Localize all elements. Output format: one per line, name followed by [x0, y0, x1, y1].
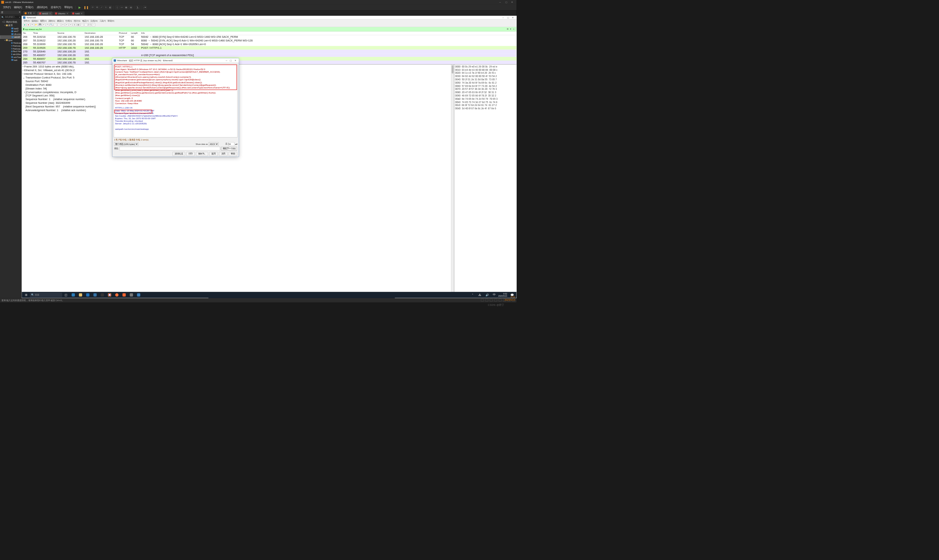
tb-open-icon[interactable]: 📁	[34, 23, 38, 26]
tree-vm[interactable]: Red Hat	[0, 50, 22, 53]
menu-file[interactable]: 文件(F)	[2, 5, 12, 9]
hex-line[interactable]: 0070 20 57 4f 57 36 34 3b 20 72 76 3	[455, 88, 515, 91]
hex-line[interactable]: 00b0 74 65 73 74 3d 27 6d 75 6c 74 6	[455, 100, 515, 104]
tree-vm[interactable]: Hadoop	[0, 42, 22, 45]
stream-content[interactable]: POST / HTTP/1.1User-Agent: Mozilla/5.0 (…	[114, 64, 238, 137]
ws-menu-file[interactable]: 文件(F)	[23, 20, 30, 22]
maximize-button[interactable]: ▢	[503, 1, 509, 3]
start-button[interactable]: ⊞	[23, 292, 30, 297]
tree-vm[interactable]: Hadoop,	[0, 47, 22, 50]
ws-menu-goto[interactable]: 跳转(G)	[48, 20, 56, 22]
burp-icon[interactable]	[121, 292, 128, 297]
toolbar-btn[interactable]: ◧	[109, 6, 112, 9]
menu-edit[interactable]: 编辑(E)	[13, 5, 23, 9]
conversation-select[interactable]: 整个对话 (1241 bytes)	[114, 142, 139, 146]
ws-menu-view[interactable]: 视图(V)	[40, 20, 46, 22]
dlg-minimize[interactable]: ─	[224, 59, 228, 62]
tab-home[interactable]: 主页✕	[23, 11, 37, 16]
ws-menu-wifi[interactable]: 无线(W)	[90, 20, 98, 22]
tab-close-icon[interactable]: ✕	[33, 12, 34, 14]
toolbar-btn[interactable]: ⤢	[99, 6, 103, 9]
hex-line[interactable]: 00d0 3d 40 6f 67 6e 6c 2e 4f 67 6e 6	[455, 107, 515, 111]
filter-clear-icon[interactable]: ⊗	[506, 28, 509, 31]
hex-line[interactable]: 00c0 66 6f 72 6d 2d 64 61 74 61 27 2	[455, 104, 515, 107]
tb-zoom-in-icon[interactable]: ＋	[80, 23, 84, 26]
stream-number-input[interactable]	[228, 142, 234, 146]
tb-reload-icon[interactable]: ↻	[46, 23, 49, 26]
tb-restart-icon[interactable]: ⟳	[31, 23, 34, 26]
tree-vm[interactable]: win7ise	[0, 56, 22, 58]
tree-vm[interactable]: Ubuntu	[0, 32, 22, 35]
packet-row[interactable]: 28455.406657192.168.100.28192.	[22, 57, 516, 60]
taskview-icon[interactable]: ◫	[63, 292, 70, 297]
tab-kali2[interactable]: kali2✕	[71, 11, 85, 15]
close-button[interactable]: ✕	[509, 1, 515, 3]
help-button[interactable]: 帮助	[228, 152, 237, 156]
tab-close-icon[interactable]: ✕	[49, 12, 51, 15]
device-net-icon[interactable]	[490, 299, 493, 302]
hex-line[interactable]: 00a0 6e 74 65 6e 74 2d 54 79 70 65 3	[455, 97, 515, 100]
menu-help[interactable]: 帮助(H)	[63, 5, 74, 9]
tb-save-icon[interactable]: 💾	[39, 23, 42, 26]
menu-view[interactable]: 查看(V)	[24, 5, 35, 9]
tb-goto-icon[interactable]: ➜	[61, 23, 65, 26]
tree-group[interactable]: ▾tjise	[0, 39, 22, 42]
toolbar-btn[interactable]: ⎘	[104, 6, 108, 9]
ws-menu-stats[interactable]: 统计(S)	[74, 20, 80, 22]
ws-menu-capture[interactable]: 捕获(C)	[57, 20, 64, 22]
packet-row[interactable]: 28355.406657192.168.100.28192. n=289 [TC…	[22, 53, 516, 57]
python-icon[interactable]	[92, 292, 99, 297]
filter-out-button[interactable]: 滤掉此流	[173, 152, 185, 156]
ws-menu-analyze[interactable]: 分析(A)	[65, 20, 72, 22]
tab-win10[interactable]: win10✕	[37, 11, 52, 15]
ws-close[interactable]: ✕	[510, 17, 515, 19]
ws-menu-tel[interactable]: 电话(Y)	[82, 20, 89, 22]
tree-vm-selected[interactable]: win10	[0, 35, 22, 39]
tb-colorize-icon[interactable]: ▦	[77, 23, 80, 26]
tb-zoom-reset-icon[interactable]: 1:1	[88, 23, 91, 26]
hex-line[interactable]: 0060 57 69 6e 64 6f 77 73 20 4e 54 2	[455, 85, 515, 88]
tb-last-icon[interactable]: ⇥	[69, 23, 72, 26]
tree-vm[interactable]: win7	[0, 30, 22, 32]
details-scrollbar[interactable]	[451, 65, 454, 294]
tb-start-icon[interactable]: ◉	[23, 23, 26, 26]
tray-ime-icon[interactable]: 中	[491, 292, 498, 297]
filter-dropdown-icon[interactable]: ▾	[509, 28, 512, 31]
explorer-icon[interactable]	[77, 292, 84, 297]
minimize-button[interactable]: ─	[497, 1, 503, 4]
tb-next-icon[interactable]: →	[58, 23, 61, 26]
packet-row[interactable]: 28555.406767192.168.100.78192. 0	[22, 60, 516, 64]
save-as-button[interactable]: 保存为...	[196, 152, 208, 156]
tray-volume-icon[interactable]: 🔊	[484, 292, 490, 297]
ws-maximize[interactable]: ▢	[506, 17, 510, 19]
tree-vm[interactable]: Hadoop,	[0, 45, 22, 47]
tb-prev-icon[interactable]: ←	[54, 23, 57, 26]
tb-resize-cols-icon[interactable]: ↔	[92, 23, 96, 26]
edge-icon[interactable]	[70, 292, 77, 297]
tray-up-icon[interactable]: ˄	[469, 292, 476, 297]
hex-line[interactable]: 0050 74 3a 20 4d 6f 7a 69 6c 6c 61 2	[455, 81, 515, 85]
packet-list[interactable]: 26655.319218192.168.100.78192.168.100.28…	[22, 35, 516, 64]
tree-root[interactable]: ▾☐我的计算机	[0, 20, 22, 23]
hex-line[interactable]: 0080 20 47 65 63 6b 6f 2f 32 30 31 3	[455, 91, 515, 94]
packet-row[interactable]: 26655.319218192.168.100.78192.168.100.28…	[22, 35, 516, 39]
tree-group[interactable]: ▾蚁景	[0, 23, 22, 27]
tab-close-icon[interactable]: ✕	[66, 12, 68, 15]
print-button[interactable]: 打印	[186, 152, 194, 156]
tb-close-icon[interactable]: ✕	[42, 23, 46, 26]
packet-row[interactable]: 27055.320646192.168.100.28192.	[22, 49, 516, 53]
firefox-icon[interactable]	[113, 292, 120, 297]
chrome-icon[interactable]	[106, 292, 113, 297]
packet-row[interactable]: 26755.319622192.168.100.28192.168.100.78…	[22, 39, 516, 43]
view-multi-icon[interactable]: ▭	[120, 6, 124, 9]
tree-vm[interactable]: kali	[0, 58, 22, 62]
stream-stepper-icon[interactable]: ▴▾	[235, 143, 237, 145]
view-single-icon[interactable]: ▯	[116, 6, 119, 9]
disk-icon[interactable]	[128, 292, 135, 297]
packet-bytes[interactable]: 0000 00 0c 29 e0 e1 26 00 0c 29 ed e0010…	[454, 65, 516, 294]
show-as-select[interactable]: ASCII	[209, 142, 219, 146]
device-usb-icon[interactable]	[494, 299, 497, 302]
sidebar-close-icon[interactable]: ✕	[19, 11, 20, 14]
dlg-maximize[interactable]: ▢	[228, 59, 233, 62]
store-icon[interactable]	[85, 292, 91, 297]
